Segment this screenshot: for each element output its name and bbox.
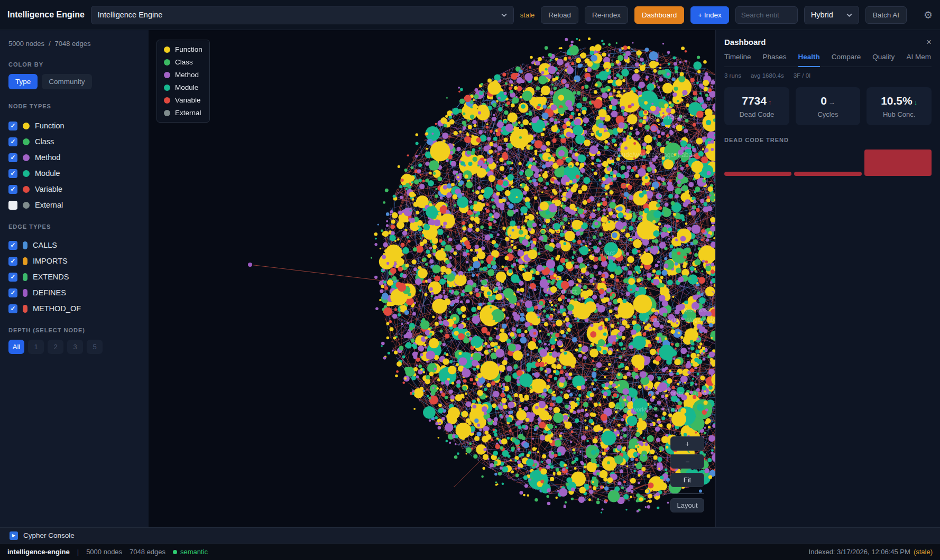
node-color-dot	[23, 138, 30, 145]
edge-type-row-method-of[interactable]: METHOD_OF	[8, 304, 140, 313]
checkbox-checked-icon[interactable]	[8, 288, 17, 297]
legend-item-class: Class	[164, 58, 202, 66]
checkbox-checked-icon[interactable]	[8, 169, 17, 178]
edge-color-pill	[23, 257, 27, 265]
checkbox-checked-icon[interactable]	[8, 241, 17, 250]
tab-quality[interactable]: Quality	[872, 53, 895, 67]
reload-button[interactable]: Reload	[541, 6, 578, 24]
depth-5-button[interactable]: 5	[87, 340, 103, 354]
semantic-status: semantic	[173, 548, 208, 556]
dead-code-card: 7734↑ Dead Code	[724, 87, 789, 125]
hub-conc-card: 10.5%↓ Hub Conc.	[867, 87, 932, 125]
fail-counts: 3F / 0I	[794, 72, 811, 79]
runs-count: 3 runs	[724, 72, 741, 79]
trend-bar	[864, 150, 932, 176]
fit-button[interactable]: Fit	[670, 473, 704, 487]
legend-item-method: Method	[164, 71, 202, 79]
legend-color-dot	[164, 97, 170, 104]
status-bar: intelligence-engine | 5000 nodes 7048 ed…	[0, 543, 940, 560]
layout-button[interactable]: Layout	[670, 498, 704, 512]
node-color-dot	[23, 154, 30, 161]
project-select[interactable]: Intelligence Engine	[91, 6, 514, 24]
search-input[interactable]	[735, 6, 798, 24]
indexed-stale-badge: (stale)	[914, 548, 933, 556]
dashboard-title: Dashboard	[724, 38, 766, 46]
node-type-row-external[interactable]: External	[8, 200, 140, 210]
checkbox-checked-icon[interactable]	[8, 122, 17, 130]
tab-health[interactable]: Health	[798, 53, 820, 67]
node-type-row-variable[interactable]: Variable	[8, 184, 140, 194]
status-project-name: intelligence-engine	[7, 548, 70, 556]
edge-color-pill	[23, 305, 27, 313]
mode-select-value: Hybrid	[811, 11, 833, 19]
depth-all-button[interactable]: All	[8, 340, 24, 354]
tab-timeline[interactable]: Timeline	[724, 53, 751, 67]
trend-bar	[724, 172, 791, 176]
legend-item-external: External	[164, 109, 202, 117]
checkbox-checked-icon[interactable]	[8, 273, 17, 282]
checkbox-unchecked-icon[interactable]	[8, 201, 17, 210]
health-cards: 7734↑ Dead Code 0→ Cycles 10.5%↓ Hub Con…	[724, 87, 932, 125]
batch-ai-button[interactable]: Batch AI	[865, 6, 907, 24]
edge-type-row-extends[interactable]: EXTENDS	[8, 272, 140, 282]
depth-3-button[interactable]: 3	[67, 340, 83, 354]
dashboard-header: Dashboard ×	[724, 38, 932, 46]
mode-select[interactable]: Hybrid	[804, 6, 859, 24]
console-expand-icon[interactable]: ▶	[10, 531, 18, 540]
checkbox-checked-icon[interactable]	[8, 137, 17, 146]
node-type-row-function[interactable]: Function	[8, 121, 140, 130]
legend-color-dot	[164, 59, 170, 66]
node-color-dot	[23, 186, 30, 193]
edge-count: 7048 edges	[55, 40, 91, 48]
legend-color-dot	[164, 46, 170, 53]
edge-type-row-defines[interactable]: DEFINES	[8, 288, 140, 297]
node-count: 5000 nodes	[8, 40, 44, 48]
tab-phases[interactable]: Phases	[763, 53, 787, 67]
edge-type-row-imports[interactable]: IMPORTS	[8, 256, 140, 266]
color-by-title: COLOR BY	[8, 61, 140, 68]
depth-options: All 1 2 3 5	[8, 340, 140, 354]
trend-down-icon: ↓	[914, 98, 918, 106]
main-area: 5000 nodes / 7048 edges COLOR BY Type Co…	[0, 30, 940, 527]
dashboard-button[interactable]: Dashboard	[634, 6, 684, 24]
indexed-timestamp: Indexed: 3/17/2026, 12:06:45 PM	[809, 548, 910, 556]
checkbox-checked-icon[interactable]	[8, 185, 17, 194]
edge-types-title: EDGE TYPES	[8, 223, 140, 230]
node-type-row-module[interactable]: Module	[8, 169, 140, 178]
graph-canvas[interactable]	[149, 30, 715, 527]
checkbox-checked-icon[interactable]	[8, 153, 17, 162]
cycles-card: 0→ Cycles	[796, 87, 861, 125]
edge-types-list: CALLS IMPORTS EXTENDS DEFINES METHOD_OF	[8, 240, 140, 313]
graph-legend: Function Class Method Module Variable Ex…	[156, 40, 210, 123]
cypher-console-bar[interactable]: ▶ Cypher Console	[0, 527, 940, 543]
graph-counts: 5000 nodes / 7048 edges	[8, 40, 140, 48]
legend-item-variable: Variable	[164, 96, 202, 104]
zoom-in-button[interactable]: +	[670, 436, 704, 451]
zoom-out-button[interactable]: −	[670, 454, 704, 469]
dashboard-tabs: Timeline Phases Health Compare Quality A…	[724, 53, 932, 67]
depth-2-button[interactable]: 2	[48, 340, 63, 354]
gear-icon[interactable]: ⚙	[924, 10, 933, 20]
depth-1-button[interactable]: 1	[28, 340, 44, 354]
project-select-value: Intelligence Engine	[98, 11, 163, 19]
checkbox-checked-icon[interactable]	[8, 304, 17, 313]
close-icon[interactable]: ×	[926, 38, 932, 46]
index-button[interactable]: + Index	[690, 6, 729, 24]
tab-compare[interactable]: Compare	[832, 53, 861, 67]
checkbox-checked-icon[interactable]	[8, 257, 17, 266]
depth-title: DEPTH (SELECT NODE)	[8, 327, 140, 333]
node-type-row-class[interactable]: Class	[8, 137, 140, 146]
edge-color-pill	[23, 273, 27, 281]
semantic-dot-icon	[173, 550, 177, 554]
color-by-type-button[interactable]: Type	[8, 74, 38, 89]
top-bar: Intelligence Engine Intelligence Engine …	[0, 0, 940, 30]
node-color-dot	[23, 123, 30, 129]
node-type-row-method[interactable]: Method	[8, 153, 140, 162]
edge-type-row-calls[interactable]: CALLS	[8, 240, 140, 250]
dashboard-panel: Dashboard × Timeline Phases Health Compa…	[715, 30, 940, 527]
sidebar: 5000 nodes / 7048 edges COLOR BY Type Co…	[0, 30, 149, 527]
reindex-button[interactable]: Re-index	[585, 6, 628, 24]
color-by-community-button[interactable]: Community	[42, 74, 91, 89]
graph-viewport[interactable]: Function Class Method Module Variable Ex…	[149, 30, 715, 527]
tab-ai-mem[interactable]: AI Mem	[906, 53, 931, 67]
